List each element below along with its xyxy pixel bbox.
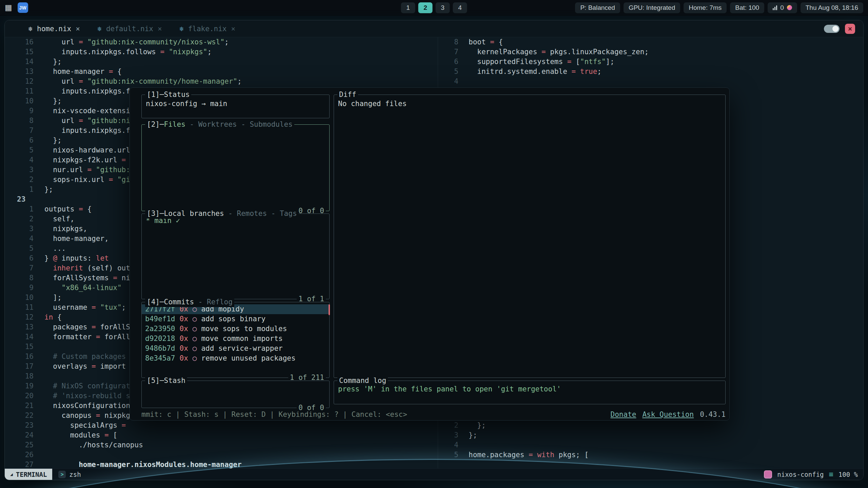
panel-number: [4]─ <box>147 297 164 307</box>
panel-title: Stash <box>164 376 185 386</box>
tray[interactable]: 0 <box>768 2 797 13</box>
code-line: 4 <box>442 77 863 86</box>
code-line: 25 ./hosts/canopus <box>17 440 438 450</box>
tab-close-icon[interactable]: × <box>231 25 235 33</box>
code-line: 8boot = { <box>442 37 863 47</box>
tab-bar: ❄ home.nix × ❄ default.nix × ❄ flake.nix… <box>5 20 863 37</box>
ping-status[interactable]: Home: 7ms <box>684 2 727 13</box>
code-line: 5home.packages = with pkgs; [ <box>442 450 863 460</box>
tab-close-icon[interactable]: × <box>76 25 80 33</box>
keybindings-hint: mmit: c | Stash: s | Reset: D | Keybindi… <box>141 410 407 420</box>
tab-label: flake.nix <box>188 25 227 33</box>
commit-list: 2717f2f0x○add mopidyb49ef1d0x○add sops b… <box>142 302 329 363</box>
lazygit-overlay: [1]─Status nixos-config → main [2]─Files… <box>130 87 730 421</box>
tab-close-icon[interactable]: × <box>158 25 162 33</box>
app-launcher-icon[interactable]: ▦ <box>5 3 12 12</box>
window-toggle-button[interactable] <box>824 25 840 33</box>
shell-buffer[interactable]: > zsh <box>58 471 81 478</box>
shell-icon: > <box>58 471 66 478</box>
panel-title: Command log <box>339 376 386 386</box>
code-line: 5 initrd.systemd.enable = true; <box>442 67 863 77</box>
panel-subtabs[interactable]: - Reflog <box>194 297 233 307</box>
notification-count: 0 <box>780 4 784 12</box>
lazygit-commits-panel[interactable]: [4]─Commits - Reflog 2717f2f0x○add mopid… <box>141 302 330 378</box>
workspace-2[interactable]: 2 <box>418 2 433 13</box>
lines-icon: ≡ <box>829 470 833 479</box>
lazygit-stash-panel[interactable]: [5]─Stash 0 of 0 <box>141 381 330 408</box>
gpu-status[interactable]: GPU: Integrated <box>624 2 680 13</box>
panel-title: Diff <box>339 90 356 100</box>
panel-number: [3]─ <box>147 209 164 219</box>
code-line: 15 inputs.nixpkgs.follows = "nixpkgs"; <box>17 47 438 57</box>
lazygit-status-panel[interactable]: [1]─Status nixos-config → main <box>141 95 330 118</box>
panel-title: Status <box>164 90 190 100</box>
lazygit-files-panel[interactable]: [2]─Files - Worktrees - Submodules 0 of … <box>141 124 330 211</box>
color-picker-icon <box>787 5 792 10</box>
commit-row[interactable]: d9202180x○move common imports <box>142 334 329 344</box>
lazygit-command-log-panel[interactable]: Command log press 'M' in the files panel… <box>334 381 726 404</box>
code-line: 7 kernelPackages = pkgs.linuxPackages_ze… <box>442 47 863 57</box>
network-icon <box>773 5 777 10</box>
tab-flake-nix[interactable]: ❄ flake.nix × <box>180 25 236 33</box>
window-close-button[interactable]: × <box>845 24 855 34</box>
code-line: 16 url = "github:nix-community/nixos-wsl… <box>17 37 438 47</box>
code-line: 14 }; <box>17 57 438 67</box>
terminal-mode-icon: ◢ <box>10 472 13 477</box>
mode-label: TERMINAL <box>16 471 47 478</box>
code-line: 27 home-manager.nixosModules.home-manage… <box>17 460 438 469</box>
ask-question-link[interactable]: Ask Question <box>642 410 694 420</box>
workspace-switcher: 1 2 3 4 <box>401 2 467 13</box>
battery-status[interactable]: Bat: 100 <box>730 2 764 13</box>
logo-badge[interactable]: JW <box>18 2 28 13</box>
code-line: 3}; <box>442 430 863 440</box>
tab-default-nix[interactable]: ❄ default.nix × <box>98 25 162 33</box>
command-log-content: press 'M' in the files panel to open 'gi… <box>334 381 725 393</box>
panel-subtabs[interactable]: - Worktrees - Submodules <box>185 120 293 129</box>
window-controls: × <box>824 24 855 34</box>
top-bar: ▦ JW 1 2 3 4 P: Balanced GPU: Integrated… <box>0 0 868 16</box>
nix-icon: ❄ <box>98 25 102 33</box>
workspace-3[interactable]: 3 <box>436 2 450 13</box>
status-cluster: P: Balanced GPU: Integrated Home: 7ms Ba… <box>575 2 863 13</box>
panel-number: [5]─ <box>147 376 164 386</box>
repo-icon <box>764 470 772 479</box>
lazygit-version: 0.43.1 <box>700 410 726 420</box>
workspace-1[interactable]: 1 <box>401 2 415 13</box>
nix-icon: ❄ <box>180 25 184 33</box>
workspace-4[interactable]: 4 <box>453 2 467 13</box>
code-line: 4 <box>442 440 863 450</box>
nix-icon: ❄ <box>28 25 33 33</box>
code-line: 6 supportedFilesystems = ["ntfs"]; <box>442 57 863 67</box>
code-line: 24 modules = [ <box>17 430 438 440</box>
code-line: 13 home-manager = { <box>17 67 438 77</box>
tab-label: home.nix <box>37 25 71 33</box>
shell-label: zsh <box>69 471 81 478</box>
lazygit-bottom-bar: mmit: c | Stash: s | Reset: D | Keybindi… <box>141 410 726 420</box>
code-line: 2 }; <box>442 421 863 430</box>
commit-row[interactable]: 9486b7d0x○add service-wrapper <box>142 344 329 353</box>
scroll-progress: 100 % <box>839 471 858 478</box>
tab-home-nix[interactable]: ❄ home.nix × <box>28 25 80 33</box>
panel-number: [1]─ <box>147 90 164 100</box>
panel-title: Local branches <box>164 209 224 219</box>
donate-link[interactable]: Donate <box>611 410 636 420</box>
repo-name: nixos-config <box>777 471 824 478</box>
commit-row[interactable]: b49ef1d0x○add sops binary <box>142 314 329 324</box>
lazygit-diff-panel[interactable]: Diff No changed files <box>334 95 726 378</box>
commit-row[interactable]: 2a239500x○move sops to modules <box>142 324 329 334</box>
statusline-right: nixos-config ≡ 100 % <box>764 470 858 479</box>
panel-subtabs[interactable]: - Remotes - Tags <box>224 209 297 219</box>
power-profile[interactable]: P: Balanced <box>575 2 620 13</box>
commits-scrollbar[interactable] <box>329 304 330 315</box>
tab-label: default.nix <box>106 25 153 33</box>
lazygit-branches-panel[interactable]: [3]─Local branches - Remotes - Tags * ma… <box>141 214 330 299</box>
mode-indicator: ◢ TERMINAL <box>5 469 52 480</box>
code-line: 26 <box>17 450 438 460</box>
commit-row[interactable]: 8e345a70x○remove unused packages <box>142 353 329 363</box>
panel-title: Files <box>164 120 185 129</box>
clock[interactable]: Thu Aug 08, 18:16 <box>801 2 863 13</box>
code-line: 12 url = "github:nix-community/home-mana… <box>17 77 438 86</box>
panel-number: [2]─ <box>147 120 164 129</box>
toggle-knob <box>832 26 839 32</box>
panel-title: Commits <box>164 297 194 307</box>
